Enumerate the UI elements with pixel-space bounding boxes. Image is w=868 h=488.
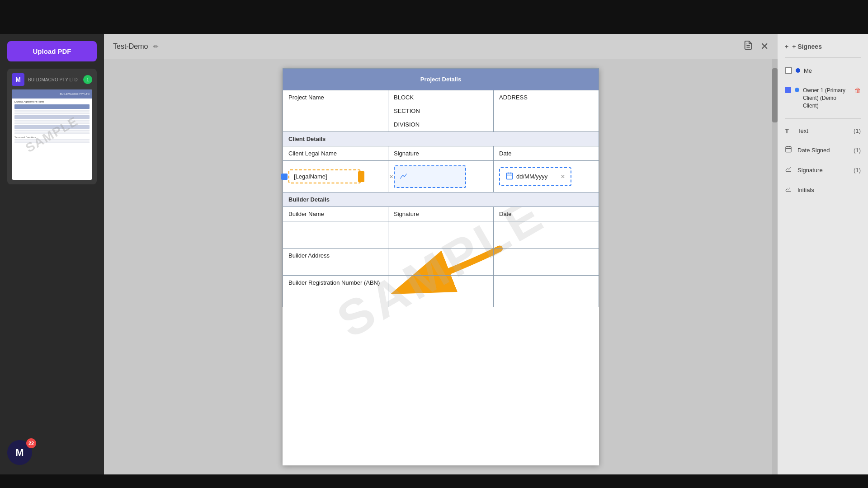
date-close-icon[interactable]: ✕ <box>561 174 565 180</box>
doc-preview-header: BUILDMACRO PTY LTD <box>12 89 92 99</box>
bottom-bar <box>0 474 868 488</box>
svg-rect-2 <box>506 173 513 179</box>
signee-delete-icon[interactable]: 🗑 <box>854 87 861 94</box>
table-row: Builder Name Signature Date <box>283 207 599 221</box>
date-placeholder: dd/MM/yyyy <box>516 173 547 180</box>
signature-type-count: (1) <box>854 167 861 174</box>
signature-type-label: Signature <box>797 167 850 174</box>
scroll-bar[interactable] <box>772 59 778 474</box>
doc-thumbnail[interactable]: M BUILDMACRO PTY LTD 1 BUILDMACRO PTY LT… <box>7 69 97 184</box>
legal-name-field[interactable]: [LegalName] <box>288 169 361 183</box>
signee-me-checkbox[interactable] <box>785 67 792 74</box>
signee-me-item[interactable]: Me <box>785 63 861 78</box>
field-type-text[interactable]: T Text (1) <box>785 124 861 137</box>
table-row <box>283 221 599 249</box>
signature-type-icon <box>785 165 794 174</box>
pdf-document: SAMPLE Project Details Project Name BLOC… <box>283 68 599 465</box>
signee-me-dot <box>796 68 800 73</box>
signature-field-cell: ✕ <box>388 161 494 192</box>
legal-name-field-cell: [LegalName] <box>283 161 388 192</box>
field-right-handle[interactable] <box>358 171 364 182</box>
builder-date-header: Date <box>494 207 599 221</box>
division-label: DIVISION <box>394 121 488 128</box>
close-button[interactable]: ✕ <box>760 41 769 52</box>
table-row: Builder Address <box>283 249 599 276</box>
text-field-icon: T <box>785 127 794 135</box>
signee-owner-item[interactable]: Owner 1 (Primary Client) (Demo Client) 🗑 <box>785 83 861 113</box>
plus-icon: + <box>785 43 788 50</box>
doc-title: Test-Demo <box>113 42 148 51</box>
signee-owner-square <box>785 87 791 93</box>
edit-title-icon[interactable]: ✏ <box>153 43 159 50</box>
field-type-date-signed[interactable]: Date Signed (1) <box>785 143 861 157</box>
sig-close[interactable]: ✕ <box>389 174 393 179</box>
scroll-thumb[interactable] <box>772 68 778 122</box>
project-details-header: Project Details <box>283 69 599 90</box>
builder-address-date-cell <box>494 249 599 276</box>
text-field-count: (1) <box>854 127 861 134</box>
date-icon <box>505 172 514 182</box>
doc-thumb-icon: M <box>12 73 24 86</box>
builder-date-cell <box>494 221 599 249</box>
builder-abn-cell: Builder Registration Number (ABN) <box>283 276 388 307</box>
address-cell: ADDRESS <box>494 90 599 132</box>
logo-container: M 22 <box>7 440 97 467</box>
table-row: Builder Registration Number (ABN) <box>283 276 599 307</box>
section-label: SECTION <box>394 108 488 114</box>
block-cell: BLOCK SECTION DIVISION <box>388 90 494 132</box>
initials-type-label: Initials <box>797 187 857 193</box>
signature-icon <box>399 171 408 182</box>
field-type-initials[interactable]: Initials <box>785 183 861 197</box>
date-signed-count: (1) <box>854 147 861 154</box>
client-details-header: Client Details <box>283 132 599 146</box>
doc-badge: 1 <box>83 75 92 84</box>
upload-pdf-button[interactable]: Upload PDF <box>7 41 97 61</box>
divider-2 <box>785 118 861 119</box>
signature-header: Signature <box>388 146 494 161</box>
main-layout: Upload PDF M BUILDMACRO PTY LTD 1 BUILDM… <box>0 34 868 474</box>
builder-address-sig-cell <box>388 249 494 276</box>
date-signed-label: Date Signed <box>797 147 850 154</box>
doc-content[interactable]: SAMPLE Project Details Project Name BLOC… <box>104 59 778 474</box>
table-row: Client Legal Name Signature Date <box>283 146 599 161</box>
builder-details-header: Builder Details <box>283 192 599 207</box>
bottom-logo: M 22 <box>7 440 34 467</box>
pdf-table: Project Details Project Name BLOCK SECTI… <box>283 68 599 307</box>
doc-actions: ✕ <box>743 40 769 52</box>
table-row: Project Details <box>283 69 599 90</box>
table-row: Client Details <box>283 132 599 146</box>
field-left-handle[interactable] <box>281 174 288 180</box>
project-name-cell: Project Name <box>283 90 388 132</box>
signee-me-label: Me <box>804 67 812 74</box>
add-signees-button[interactable]: + + Signees <box>785 41 861 52</box>
file-icon-button[interactable] <box>743 40 753 52</box>
block-label: BLOCK <box>394 94 488 101</box>
right-sidebar: + + Signees Me Owner 1 (Primary Client) … <box>778 34 868 474</box>
legal-name-field-wrapper: [LegalName] <box>288 169 361 183</box>
builder-abn-date-cell <box>494 276 599 307</box>
builder-address-cell: Builder Address <box>283 249 388 276</box>
client-legal-name-header: Client Legal Name <box>283 146 388 161</box>
builder-sig-cell <box>388 221 494 249</box>
svg-rect-7 <box>786 147 791 152</box>
field-type-signature[interactable]: Signature (1) <box>785 163 861 177</box>
doc-preview-body: Duress Agreement Form Terms and Conditio… <box>12 99 92 180</box>
signee-owner-label: Owner 1 (Primary Client) (Demo Client) <box>803 87 851 109</box>
date-field-cell: dd/MM/yyyy ✕ <box>494 161 599 192</box>
signature-field[interactable] <box>394 165 466 188</box>
table-row: Builder Details <box>283 192 599 207</box>
doc-company-name: BUILDMACRO PTY LTD <box>28 77 78 82</box>
doc-thumb-header: M BUILDMACRO PTY LTD 1 <box>12 73 92 86</box>
date-header: Date <box>494 146 599 161</box>
doc-header: Test-Demo ✏ ✕ <box>104 34 778 59</box>
signees-label: + Signees <box>792 43 822 50</box>
center-area: Test-Demo ✏ ✕ SAMPLE <box>104 34 778 474</box>
notification-badge: 22 <box>26 438 36 448</box>
builder-abn-sig-cell <box>388 276 494 307</box>
date-field[interactable]: dd/MM/yyyy ✕ <box>499 167 571 186</box>
signee-owner-dot <box>795 88 799 92</box>
builder-name-cell <box>283 221 388 249</box>
table-row: [LegalName] ✕ <box>283 161 599 192</box>
builder-name-header: Builder Name <box>283 207 388 221</box>
left-sidebar: Upload PDF M BUILDMACRO PTY LTD 1 BUILDM… <box>0 34 104 474</box>
